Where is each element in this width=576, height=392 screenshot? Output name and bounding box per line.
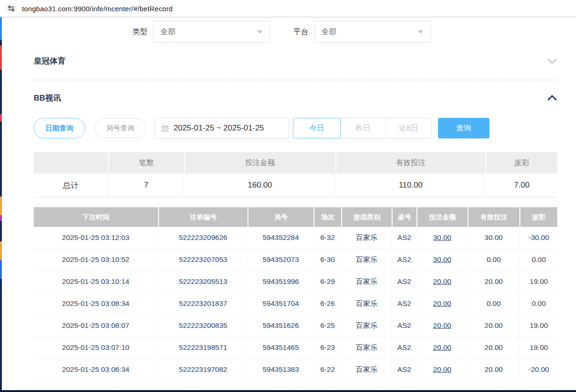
cell-order-no: 522223205513 (159, 271, 248, 292)
col-header-game-type: 游戏类别 (342, 207, 392, 227)
cell-bet-time: 2025-01-25 03:12:03 (34, 227, 158, 248)
cell-bet-time: 2025-01-25 03:08:07 (34, 315, 158, 336)
quick-date-group: 今日 昨日 近8日 (293, 118, 431, 138)
summary-valid-bet: 110.00 (336, 174, 485, 197)
bet-amount-link[interactable]: 30.00 (417, 227, 467, 248)
cell-table-no: AS2 (393, 359, 416, 380)
cell-game-type: 百家乐 (342, 315, 392, 336)
summary-count: 7 (109, 174, 184, 197)
chevron-up-icon[interactable] (547, 95, 557, 101)
bet-amount-link[interactable]: 30.00 (417, 249, 467, 270)
summary-header-bet-amount: 投注金额 (185, 152, 335, 174)
cell-bet-time: 2025-01-25 03:10:14 (34, 271, 158, 292)
search-button[interactable]: 查询 (438, 118, 489, 138)
bet-amount-link[interactable]: 20.00 (417, 337, 467, 358)
cell-game-type: 百家乐 (342, 227, 392, 248)
cell-bet-time: 2025-01-25 03:08:34 (34, 293, 158, 314)
bet-amount-link[interactable]: 20.00 (417, 315, 467, 336)
cell-valid-bet: 20.00 (468, 359, 519, 380)
platform-select[interactable]: 全部 (314, 22, 431, 43)
cell-table-no: AS2 (393, 249, 416, 270)
cell-payout: 0.00 (520, 293, 557, 314)
summary-header-payout: 派彩 (486, 152, 557, 174)
section-title-crown-sports: 皇冠体育 (34, 56, 66, 66)
summary-table-header: 笔数 投注金额 有效投注 派彩 (34, 152, 557, 174)
summary-header-blank (34, 152, 108, 174)
cell-session: 6-26 (314, 293, 341, 314)
cell-bet-time: 2025-01-25 03:10:52 (34, 249, 158, 270)
table-row: 2025-01-25 03:08:07 522223200835 5943516… (34, 315, 557, 337)
cell-game-type: 百家乐 (342, 249, 392, 270)
cell-table-no: AS2 (393, 337, 416, 358)
background-window-edge (0, 17, 2, 391)
bet-table-header: 下注时间 注单编号 局号 场次 游戏类别 桌号 投注金额 有效投注 派彩 (34, 207, 557, 227)
cell-round-no: 594351996 (248, 271, 314, 292)
chevron-down-icon (257, 30, 262, 34)
browser-url-bar: tongbao31.com:9900/infe/mcenter/#/betRec… (0, 0, 576, 17)
table-row: 2025-01-25 03:10:52 522223207053 5943520… (34, 249, 557, 271)
table-row: 2025-01-25 03:08:34 522223201837 5943517… (34, 293, 557, 315)
background-window-bottom-edge (0, 390, 576, 392)
cell-round-no: 594351704 (248, 293, 314, 314)
summary-total-label: 总计 (34, 174, 108, 197)
cell-valid-bet: 0.00 (468, 293, 519, 314)
quick-btn-yesterday[interactable]: 昨日 (340, 118, 386, 138)
quick-btn-today[interactable]: 今日 (293, 118, 341, 138)
cell-table-no: AS2 (393, 293, 416, 314)
quick-btn-last8days[interactable]: 近8日 (386, 118, 431, 138)
summary-header-count: 笔数 (109, 152, 184, 174)
table-row: 2025-01-25 03:06:34 522223197082 5943513… (34, 359, 557, 381)
table-row: 2025-01-25 03:10:14 522223205513 5943519… (34, 271, 557, 293)
cell-order-no: 522223198571 (159, 337, 248, 358)
cell-round-no: 594351383 (248, 359, 314, 380)
cell-game-type: 百家乐 (342, 293, 392, 314)
cell-bet-time: 2025-01-25 03:06:34 (34, 359, 158, 380)
bet-amount-link[interactable]: 20.00 (417, 359, 467, 380)
section-divider (34, 80, 557, 80)
cell-payout: 19.00 (520, 315, 557, 336)
cell-valid-bet: 20.00 (468, 315, 519, 336)
col-header-round-no: 局号 (248, 207, 314, 227)
date-range-input[interactable]: 2025-01-25 ~ 2025-01-25 (154, 118, 289, 139)
cell-payout: -30.00 (520, 227, 557, 248)
bet-amount-link[interactable]: 20.00 (417, 293, 467, 314)
bet-records-table: 下注时间 注单编号 局号 场次 游戏类别 桌号 投注金额 有效投注 派彩 202… (34, 207, 557, 381)
cell-game-type: 百家乐 (342, 337, 392, 358)
summary-payout: 7.00 (486, 174, 557, 197)
section-crown-sports[interactable]: 皇冠体育 (34, 54, 557, 68)
cell-valid-bet: 0.00 (468, 249, 519, 270)
date-range-value: 2025-01-25 ~ 2025-01-25 (174, 123, 264, 133)
section-title-bb-video: BB视讯 (34, 93, 61, 103)
cell-order-no: 522223209626 (159, 227, 248, 248)
type-filter-label: 类型 (132, 27, 147, 37)
chevron-down-icon (418, 30, 423, 34)
bet-amount-link[interactable]: 20.00 (417, 271, 467, 292)
round-query-button[interactable]: 局号查询 (95, 118, 146, 138)
cell-order-no: 522223197082 (159, 359, 248, 380)
col-header-bet-time: 下注时间 (34, 207, 158, 227)
type-select[interactable]: 全部 (153, 22, 270, 43)
platform-filter-label: 平台 (293, 27, 308, 37)
cell-table-no: AS2 (393, 315, 416, 336)
date-query-button[interactable]: 日期查询 (34, 118, 85, 138)
cell-session: 6-22 (314, 359, 341, 380)
summary-table-row: 总计 7 160.00 110.00 7.00 (34, 174, 557, 197)
site-controls-icon[interactable] (6, 3, 17, 14)
section-bb-video[interactable]: BB视讯 (34, 91, 557, 105)
cell-order-no: 522223201837 (159, 293, 248, 314)
table-row: 2025-01-25 03:07:10 522223198571 5943514… (34, 337, 557, 359)
url-text[interactable]: tongbao31.com:9900/infe/mcenter/#/betRec… (22, 5, 173, 13)
cell-table-no: AS2 (393, 227, 416, 248)
cell-game-type: 百家乐 (342, 359, 392, 380)
cell-round-no: 594352073 (248, 249, 314, 270)
filter-row: 类型 全部 平台 全部 (132, 22, 431, 43)
col-header-valid-bet: 有效投注 (468, 207, 519, 227)
cell-game-type: 百家乐 (342, 271, 392, 292)
chevron-down-icon[interactable] (547, 58, 557, 64)
cell-session: 6-23 (314, 337, 341, 358)
cell-session: 6-30 (314, 249, 341, 270)
cell-order-no: 522223200835 (159, 315, 248, 336)
cell-round-no: 594351626 (248, 315, 314, 336)
cell-order-no: 522223207053 (159, 249, 248, 270)
cell-session: 6-25 (314, 315, 341, 336)
